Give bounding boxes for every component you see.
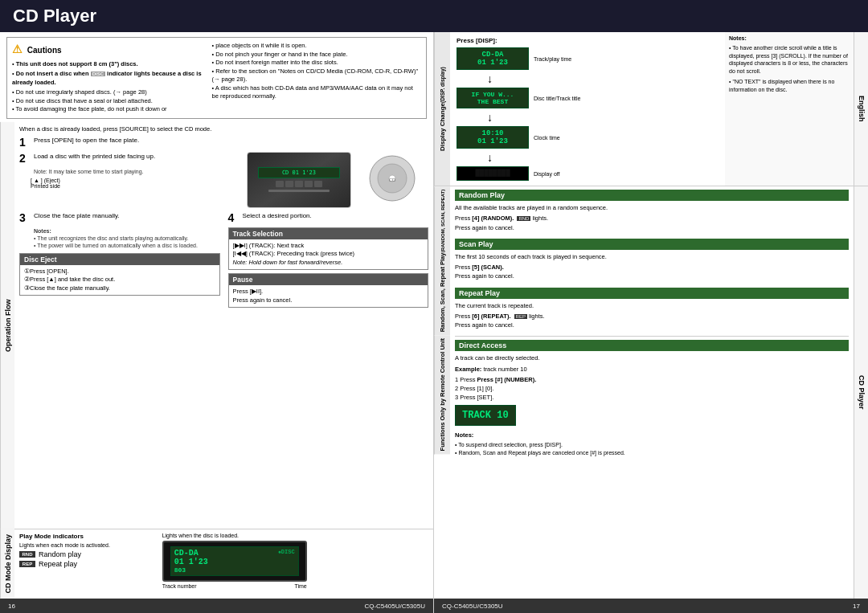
rep-badge: REP	[19, 561, 35, 567]
cd-btn-4	[305, 181, 313, 187]
caution-right-2: • Do not pinch your finger or hand in th…	[211, 51, 421, 59]
source-note: When a disc is already loaded, press [SO…	[19, 125, 428, 133]
random-play-body: All the available tracks are played in a…	[455, 203, 849, 232]
disc-eject-body: ①Press [OPEN]. ②Press [▲] and take the d…	[20, 265, 219, 296]
cd-unit-display: CD 01 1'23	[258, 167, 340, 178]
right-footer: CQ-C5405U/C5305U 17	[434, 599, 868, 613]
random-play-label: Random play	[39, 550, 81, 558]
cd-btn-2	[285, 181, 293, 187]
left-page-number: 16	[8, 603, 15, 610]
display-chain-row1: CD-DA 01 1'23 Track/play time	[457, 47, 571, 70]
scan-play-instr2: Press again to cancel.	[455, 272, 849, 280]
direct-access-desc: A track can be directly selected.	[455, 353, 849, 362]
cd-disc-area: CD	[356, 152, 428, 208]
caution-right-1: • place objects on it while it is open.	[211, 42, 421, 51]
right-page-number: 17	[853, 603, 860, 610]
repeat-play-body: The current track is repeated. Press [6]…	[455, 301, 849, 330]
repeat-play-desc: The current track is repeated.	[455, 301, 849, 310]
display-box-3: 10:10 01 1'23	[457, 126, 529, 149]
step-2: 2 Load a disc with the printed side faci…	[19, 152, 242, 165]
display-change-notes: Notes: • To have another circle scroll w…	[725, 32, 854, 186]
track-next: [▶▶I] (TRACK): Next track	[233, 242, 424, 251]
disc-eject-1: ①Press [OPEN].	[24, 268, 215, 276]
main-content: ⚠ Cautions • This unit does not support …	[0, 32, 868, 613]
random-play-instr2: Press again to cancel.	[455, 223, 849, 232]
rep-badge-inline: REP	[514, 314, 527, 319]
page-title: CD Player	[13, 6, 96, 27]
cd-display-mockup: CD-DA ●DISC 01 1'23 803	[162, 541, 307, 582]
desc-2: Disc title/Track title	[534, 96, 580, 101]
repeat-play-header: Repeat Play	[455, 288, 849, 299]
display-labels: Track number Time	[162, 583, 307, 589]
display-chain: CD-DA 01 1'23 Track/play time ↓ IF YOU W…	[457, 47, 719, 181]
left-footer: 16 CQ-C5405U/C5305U	[0, 599, 433, 613]
display-chain-row4: ████████ Display off	[457, 166, 560, 181]
right-page: Display Change (DISP. display) Press [DI…	[434, 32, 868, 613]
step-1: 1 Press [OPEN] to open the face plate.	[19, 136, 428, 149]
direct-notes-title: Notes:	[455, 431, 849, 439]
track-prev: [I◀◀] (TRACK): Preceding track (press tw…	[233, 250, 424, 259]
display-row1: CD-DA ●DISC	[174, 549, 295, 558]
step4-area: 4 Select a desired portion. Track Select…	[228, 211, 429, 312]
display-chain-row2: IF YOU W... THE BEST Disc title/Track ti…	[457, 88, 580, 108]
track-note: Note: Hold down for fast forward/reverse…	[233, 259, 424, 268]
pause-cancel: Press again to cancel.	[233, 296, 424, 305]
mode-indicators-desc: Lights when each mode is activated.	[19, 542, 153, 548]
display-box-2: IF YOU W... THE BEST	[457, 88, 529, 108]
functions-label: Functions Only by Remote Control Unit	[434, 335, 450, 454]
caution-item-2: • Do not insert a disc when DISC indicat…	[12, 70, 205, 87]
operation-flow-label: Operation Flow	[0, 122, 14, 529]
left-model: CQ-C5405U/C5305U	[364, 603, 425, 610]
disc-eject-2: ②Press [▲] and take the disc out.	[24, 276, 215, 284]
track-selection-box: Track Selection [▶▶I] (TRACK): Next trac…	[228, 227, 429, 271]
scan-play-desc: The first 10 seconds of each track is pl…	[455, 252, 849, 261]
track-display: TRACK 10	[455, 405, 516, 426]
direct-step1: 1 Press Press [#] (NUMBER).	[455, 375, 849, 384]
step-3: 3 Close the face plate manually.	[19, 211, 220, 224]
direct-step3: 3 Press [SET].	[455, 393, 849, 402]
right-top-container: Display Change (DISP. display) Press [DI…	[434, 32, 868, 186]
left-page: ⚠ Cautions • This unit does not support …	[0, 32, 434, 613]
track-number-label: Track number	[162, 583, 197, 589]
pause-text: Press [▶II].	[233, 288, 424, 296]
direct-note1: • To suspend direct selection, press [DI…	[455, 441, 849, 449]
cd-btn-1	[276, 181, 284, 187]
display-change-content: Press [DISP]: CD-DA 01 1'23 Track/play t…	[450, 32, 725, 186]
random-play-header: Random Play	[455, 190, 849, 201]
display-mock-screen: CD-DA ●DISC 01 1'23 803	[170, 546, 299, 576]
repeat-play-instr1: Press [6] (REPEAT). REP lights.	[455, 312, 849, 321]
cd-btn-3	[295, 181, 303, 187]
direct-step2: 2 Press [1] [0].	[455, 384, 849, 393]
random-play-instr1: Press [4] (RANDOM). RND lights.	[455, 214, 849, 223]
right-sections: Random Play All the available tracks are…	[450, 186, 854, 599]
disc-eject-3: ③Close the face plate manually.	[24, 284, 215, 293]
step3-note1: • The unit recognizes the disc and start…	[34, 235, 220, 242]
step3-area: 3 Close the face plate manually. Notes: …	[19, 211, 220, 312]
rnd-badge-inline: RND	[517, 216, 530, 221]
disc-eject-header: Disc Eject	[20, 254, 219, 265]
cd-mode-display-area: Lights when the disc is loaded. CD-DA ●D…	[158, 529, 433, 599]
direct-access-body: A track can be directly selected. Exampl…	[455, 353, 849, 456]
caution-right-3: • Do not insert foreign matter into the …	[211, 59, 421, 67]
scan-play-instr1: Press [5] (SCAN).	[455, 263, 849, 272]
english-label: English	[854, 32, 868, 186]
svg-text:CD: CD	[389, 178, 396, 182]
cautions-right: • place objects on it while it is open. …	[211, 42, 421, 114]
cd-unit-image: CD 01 1'23	[247, 152, 351, 208]
pause-header: Pause	[229, 274, 428, 285]
time-label: Time	[294, 583, 306, 589]
right-model: CQ-C5405U/C5305U	[442, 603, 503, 610]
left-main-content: When a disc is already loaded, press [SO…	[14, 122, 433, 529]
display-chain-row3: 10:10 01 1'23 Clock time	[457, 126, 560, 149]
display-row3: 803	[174, 566, 295, 574]
rnd-badge: RND	[19, 551, 35, 558]
mode-indicators-title: Play Mode indicators	[19, 533, 153, 540]
eject-label: [ ▲ ] (Eject)	[31, 178, 242, 183]
random-scan-repeat-label: Random, Scan, Repeat Play (RANDOM, SCAN,…	[434, 186, 450, 335]
step3-notes-title: Notes:	[34, 227, 220, 235]
cautions-box: ⚠ Cautions • This unit does not support …	[6, 37, 427, 119]
cautions-title: ⚠ Cautions	[12, 42, 205, 58]
rep-indicator: REP Repeat play	[19, 560, 153, 568]
right-vertical-labels: Random, Scan, Repeat Play (RANDOM, SCAN,…	[434, 186, 450, 599]
pause-box: Pause Press [▶II]. Press again to cancel…	[228, 273, 429, 308]
